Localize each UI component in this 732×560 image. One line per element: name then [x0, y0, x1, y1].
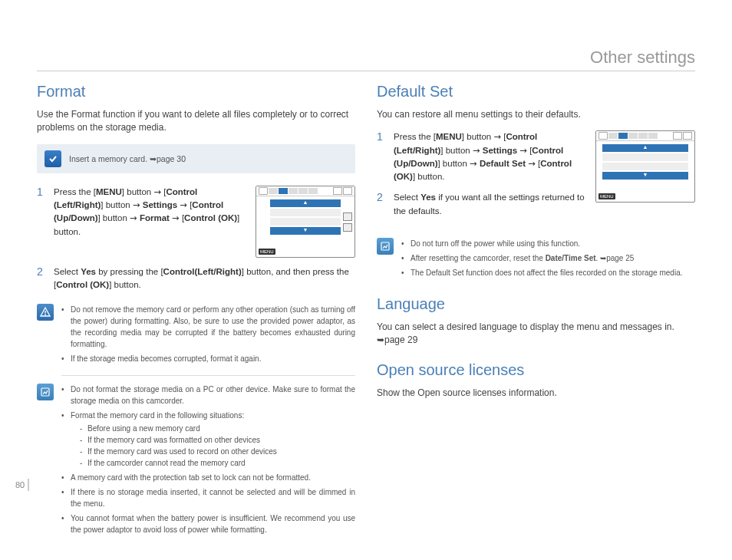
defaultset-intro: You can restore all menu settings to the…	[377, 108, 695, 121]
step-number: 1	[377, 130, 386, 183]
format-heading: Format	[37, 83, 355, 100]
defaultset-step-2: Select Yes if you want all the settings …	[394, 191, 586, 218]
defaultset-screen-thumbnail: ▲ ▼ MENU	[595, 130, 695, 203]
list-item: Do not turn off the power while using th…	[401, 238, 695, 249]
format-step-2: Select Yes by pressing the [Control(Left…	[54, 265, 355, 292]
format-intro: Use the Format function if you want to d…	[37, 108, 355, 135]
defaultset-step-1: Press the [MENU] button → [Control (Left…	[394, 130, 586, 183]
step-number: 2	[377, 191, 386, 218]
sub-list-item: If the memory card was formatted on othe…	[80, 434, 355, 446]
page-header: Other settings	[590, 48, 695, 68]
list-item: If the storage media becomes corrupted, …	[61, 353, 355, 364]
opensource-intro: Show the Open source licenses informatio…	[377, 387, 695, 400]
svg-rect-3	[381, 242, 389, 250]
format-screen-thumbnail: ▲ ▼ MENU	[256, 186, 355, 258]
format-step-1: Press the [MENU] button → [Control (Left…	[54, 186, 248, 258]
defaultset-note-list: Do not turn off the power while using th…	[401, 238, 695, 282]
list-item: A memory card with the protection tab se…	[61, 472, 355, 483]
thumb-menu-label: MENU	[259, 249, 275, 255]
note-icon	[37, 384, 54, 400]
opensource-heading: Open source licenses	[377, 361, 695, 379]
sub-list-item: If the memory card was used to record on…	[80, 446, 355, 457]
list-item: After resetting the camcorder, reset the…	[401, 252, 695, 264]
note-icon	[377, 238, 394, 255]
warning-icon	[37, 304, 54, 321]
format-note-list: Do not format the storage media on a PC …	[61, 384, 355, 539]
sub-list-item: If the camcorder cannot read the memory …	[80, 457, 355, 469]
thumb-menu-label: MENU	[598, 193, 615, 199]
insert-card-note-text: Insert a memory card. ➥page 30	[69, 154, 186, 163]
list-item: Do not remove the memory card or perform…	[61, 304, 355, 350]
page-number: 80	[15, 479, 29, 491]
check-icon	[45, 150, 61, 167]
step-number: 1	[37, 186, 46, 258]
list-item: Do not format the storage media on a PC …	[61, 384, 355, 407]
svg-rect-2	[41, 388, 49, 396]
sub-list-item: Before using a new memory card	[80, 423, 355, 434]
step-number: 2	[37, 265, 46, 292]
list-item: If there is no storage media inserted, i…	[61, 486, 355, 509]
info-divider	[61, 375, 355, 376]
list-item: The Default Set function does not affect…	[401, 267, 695, 278]
language-intro: You can select a desired language to dis…	[377, 321, 695, 348]
list-item: You cannot format when the battery power…	[61, 512, 355, 535]
format-warning-list: Do not remove the memory card or perform…	[61, 304, 355, 367]
insert-card-note: Insert a memory card. ➥page 30	[37, 144, 355, 173]
header-divider	[37, 71, 695, 71]
language-heading: Language	[377, 295, 695, 313]
svg-point-1	[45, 315, 46, 316]
defaultset-heading: Default Set	[377, 83, 695, 100]
list-item: Format the memory card in the following …	[61, 410, 355, 469]
